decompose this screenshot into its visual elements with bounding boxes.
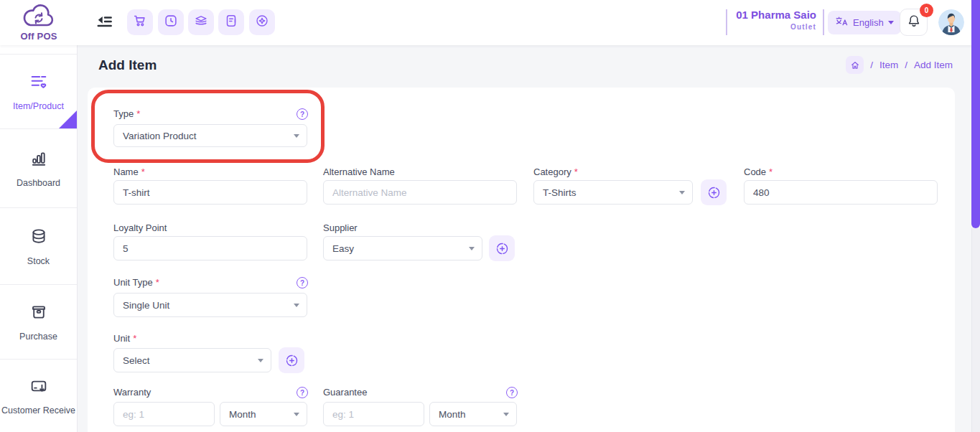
translate-icon (835, 16, 849, 29)
sidebar-item-item-product[interactable]: Item/Product (0, 54, 77, 129)
database-icon (29, 227, 49, 250)
code-input[interactable] (744, 180, 938, 205)
guarantee-label: Guarantee (323, 387, 367, 398)
chevron-down-icon (503, 413, 509, 416)
category-label: Category* (533, 166, 578, 177)
breadcrumb: / Item / Add Item (846, 56, 953, 74)
breadcrumb-separator: / (905, 60, 907, 70)
clock-icon (163, 13, 179, 32)
sidebar-item-label: Dashboard (17, 178, 60, 188)
type-select[interactable]: Variation Product (113, 124, 307, 147)
circle-plus-icon (284, 353, 299, 368)
notifications-button[interactable]: 0 (900, 9, 928, 36)
home-icon (850, 60, 860, 70)
sidebar-item-label: Customer Receive (1, 405, 75, 415)
bell-icon (906, 13, 922, 32)
guarantee-period-select[interactable]: Month (429, 402, 517, 426)
unit-select-value: Select (123, 355, 150, 366)
stock-layers-button[interactable] (188, 9, 214, 35)
sidebar-item-stock[interactable]: Stock (0, 208, 77, 285)
scrollbar-track (971, 228, 980, 432)
language-dropdown[interactable]: English (828, 11, 901, 34)
notification-badge: 0 (920, 4, 933, 17)
focus-icon (254, 13, 270, 32)
unit-label: Unit* (113, 333, 136, 344)
avatar-image (938, 9, 964, 35)
category-select-value: T-Shirts (543, 187, 577, 198)
unit-type-label: Unit Type* (113, 277, 159, 288)
guarantee-help-icon[interactable]: ? (506, 387, 518, 398)
sidebar-nav: Item/Product Dashboard Stock (0, 45, 78, 432)
guarantee-period-value: Month (439, 409, 466, 420)
supplier-label: Supplier (323, 222, 358, 233)
invoice-button[interactable] (218, 9, 244, 35)
chevron-down-icon (679, 191, 685, 194)
unit-type-select-value: Single Unit (123, 300, 169, 311)
unit-select[interactable]: Select (113, 348, 271, 372)
chevron-down-icon (294, 413, 299, 416)
item-product-icon (29, 72, 49, 95)
sidebar-item-label: Stock (27, 256, 50, 266)
language-label: English (853, 17, 884, 28)
name-input[interactable] (113, 180, 307, 205)
warranty-input[interactable] (113, 402, 215, 426)
type-select-value: Variation Product (123, 131, 197, 141)
breadcrumb-home-button[interactable] (846, 56, 864, 74)
alternative-name-label: Alternative Name (323, 166, 395, 177)
unit-type-help-icon[interactable]: ? (297, 277, 308, 288)
add-unit-button[interactable] (279, 347, 304, 373)
bar-chart-icon (29, 149, 49, 172)
supplier-select[interactable]: Easy (323, 236, 482, 260)
sidebar-collapse-button[interactable] (94, 12, 116, 34)
breadcrumb-separator: / (870, 60, 873, 70)
chevron-down-icon (294, 134, 299, 138)
receive-card-icon (29, 376, 49, 399)
layers-icon (193, 13, 209, 32)
chevron-down-icon (888, 21, 894, 24)
warranty-help-icon[interactable]: ? (297, 387, 308, 398)
guarantee-input[interactable] (323, 402, 424, 426)
app-logo[interactable]: Off POS (0, 1, 78, 44)
outlet-label: Outlet (730, 23, 816, 31)
code-label: Code* (744, 166, 773, 177)
outlet-name: 01 Pharma Saio (730, 9, 816, 21)
add-item-form-card: Type* ? Variation Product Name* Alternat… (88, 88, 955, 432)
user-avatar[interactable] (938, 9, 964, 35)
chevron-down-icon (294, 304, 299, 307)
circle-plus-icon (706, 185, 722, 200)
topbar-divider (726, 9, 727, 35)
brand-name: Off POS (20, 31, 57, 42)
chevron-down-icon (469, 247, 475, 250)
package-box-icon (29, 302, 49, 325)
loyalty-point-input[interactable] (113, 236, 307, 260)
sidebar-item-dashboard[interactable]: Dashboard (0, 129, 77, 208)
type-help-icon[interactable]: ? (297, 108, 308, 120)
supplier-select-value: Easy (332, 243, 354, 254)
scrollbar-thumb[interactable] (971, 0, 980, 228)
invoice-icon (223, 13, 239, 32)
sidebar-item-customer-receive[interactable]: Customer Receive (0, 360, 77, 432)
loyalty-point-label: Loyalty Point (113, 222, 167, 233)
page-title: Add Item (98, 57, 157, 73)
outlet-info: 01 Pharma Saio Outlet (730, 9, 816, 31)
chevron-down-icon (258, 359, 263, 362)
name-label: Name* (113, 166, 145, 177)
dashboard-shortcut-button[interactable] (249, 9, 275, 35)
category-select[interactable]: T-Shirts (533, 180, 693, 205)
alternative-name-input[interactable] (323, 180, 517, 205)
breadcrumb-item-link[interactable]: Item (879, 60, 898, 70)
recent-transactions-button[interactable] (158, 9, 184, 35)
add-supplier-button[interactable] (489, 235, 515, 261)
cloud-sync-logo-icon (20, 1, 57, 33)
circle-plus-icon (495, 241, 510, 256)
sidebar-item-label: Item/Product (13, 101, 64, 111)
sidebar-item-purchase[interactable]: Purchase (0, 285, 77, 360)
cart-icon (132, 13, 148, 32)
add-category-button[interactable] (701, 179, 727, 205)
type-label: Type* (113, 108, 140, 119)
warranty-period-select[interactable]: Month (220, 402, 307, 426)
pos-cart-button[interactable] (127, 9, 153, 35)
sidebar-item-label: Purchase (19, 332, 57, 342)
topbar-divider (823, 9, 824, 35)
unit-type-select[interactable]: Single Unit (113, 293, 307, 317)
